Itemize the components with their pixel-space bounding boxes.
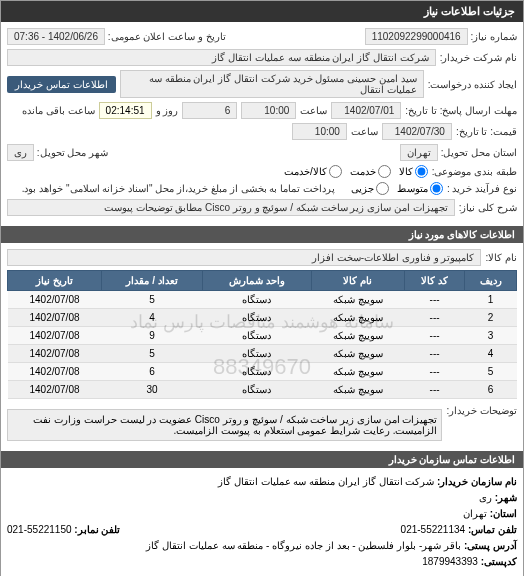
deadline-label: مهلت ارسال پاسخ: تا تاریخ:: [405, 105, 517, 116]
city-value: ری: [7, 144, 34, 161]
cell-date: 1402/07/08: [8, 345, 102, 363]
cell-unit: دستگاه: [203, 345, 312, 363]
phone-label: تلفن تماس:: [468, 524, 517, 535]
cell-code: ---: [405, 363, 465, 381]
col-code: کد کالا: [405, 271, 465, 291]
contact-section-header: اطلاعات تماس سازمان خریدار: [1, 451, 523, 468]
days-remaining: 6: [182, 102, 237, 119]
category-label: طبقه بندی موضوعی:: [432, 166, 517, 177]
purchase-type-radio-group: متوسط جزیی: [351, 182, 443, 195]
time-label-2: ساعت: [351, 126, 378, 137]
buyer-notes-value: تجهیزات امن سازی زیر ساخت شبکه / سوئیچ و…: [7, 409, 442, 441]
goods-section-header: اطلاعات کالاهای مورد نیاز: [1, 226, 523, 243]
goods-name-value: کامپیوتر و فناوری اطلاعات-سخت افزار: [7, 249, 481, 266]
col-name: نام کالا: [311, 271, 404, 291]
cell-code: ---: [405, 345, 465, 363]
cell-qty: 30: [101, 381, 202, 399]
c-city-value: ری: [479, 492, 492, 503]
goods-table: ردیف کد کالا نام کالا واحد شمارش تعداد /…: [7, 270, 517, 399]
contact-info-button[interactable]: اطلاعات تماس خریدار: [7, 76, 116, 93]
radio-both[interactable]: کالا/خدمت: [284, 165, 342, 178]
cell-date: 1402/07/08: [8, 309, 102, 327]
cell-name: سوییچ شبکه: [311, 363, 404, 381]
cell-unit: دستگاه: [203, 309, 312, 327]
table-row: 1---سوییچ شبکهدستگاه51402/07/08: [8, 291, 517, 309]
announce-label: تاریخ و ساعت اعلان عمومی:: [108, 31, 226, 42]
address-value: باقر شهر- بلوار فلسطین - بعد از جاده نیر…: [146, 540, 461, 551]
phone-value: 55221134-021: [401, 524, 466, 535]
cell-date: 1402/07/08: [8, 291, 102, 309]
province-value: تهران: [400, 144, 438, 161]
price-valid-label: قیمت: تا تاریخ:: [456, 126, 517, 137]
col-unit: واحد شمارش: [203, 271, 312, 291]
radio-small[interactable]: جزیی: [351, 182, 389, 195]
table-row: 4---سوییچ شبکهدستگاه51402/07/08: [8, 345, 517, 363]
need-no-value: 1102092299000416: [365, 28, 468, 45]
cell-name: سوییچ شبکه: [311, 327, 404, 345]
cell-name: سوییچ شبکه: [311, 381, 404, 399]
purchase-type-label: نوع فرآیند خرید :: [447, 183, 517, 194]
cell-unit: دستگاه: [203, 381, 312, 399]
cell-idx: 3: [465, 327, 517, 345]
timer-suffix: ساعت باقی مانده: [22, 105, 95, 116]
org-label: نام سازمان خریدار:: [437, 476, 517, 487]
cell-date: 1402/07/08: [8, 381, 102, 399]
fax-label: تلفن نمابر:: [74, 524, 120, 535]
deadline-date: 1402/07/01: [331, 102, 401, 119]
col-qty: تعداد / مقدار: [101, 271, 202, 291]
cell-idx: 5: [465, 363, 517, 381]
goods-name-label: نام کالا:: [485, 252, 517, 263]
cell-code: ---: [405, 327, 465, 345]
cell-unit: دستگاه: [203, 291, 312, 309]
cell-idx: 2: [465, 309, 517, 327]
cell-qty: 4: [101, 309, 202, 327]
cell-code: ---: [405, 309, 465, 327]
province-label: استان محل تحویل:: [441, 147, 517, 158]
cell-date: 1402/07/08: [8, 363, 102, 381]
deadline-time: 10:00: [241, 102, 296, 119]
c-city-label: شهر:: [495, 492, 517, 503]
radio-goods[interactable]: کالا: [399, 165, 428, 178]
requester-label: ایجاد کننده درخواست:: [428, 79, 517, 90]
need-no-label: شماره نیاز:: [470, 31, 517, 42]
buyer-name-label: نام شرکت خریدار:: [440, 52, 517, 63]
announce-value: 1402/06/26 - 07:36: [7, 28, 105, 45]
cell-qty: 5: [101, 345, 202, 363]
c-province-label: استان:: [490, 508, 517, 519]
postcode-label: کدپستی:: [481, 556, 517, 567]
cell-code: ---: [405, 291, 465, 309]
page-title: جزئیات اطلاعات نیاز: [1, 1, 523, 22]
cell-name: سوییچ شبکه: [311, 291, 404, 309]
table-row: 3---سوییچ شبکهدستگاه91402/07/08: [8, 327, 517, 345]
cell-name: سوییچ شبکه: [311, 309, 404, 327]
buyer-name-value: شرکت انتقال گاز ایران منطقه سه عملیات ان…: [7, 49, 436, 66]
table-row: 2---سوییچ شبکهدستگاه41402/07/08: [8, 309, 517, 327]
address-label: آدرس پستی:: [464, 540, 517, 551]
org-value: شرکت انتقال گاز ایران منطقه سه عملیات ان…: [218, 476, 434, 487]
countdown-timer: 02:14:51: [99, 102, 152, 119]
cell-idx: 4: [465, 345, 517, 363]
c-province-value: تهران: [463, 508, 487, 519]
fax-value: 55221150-021: [7, 524, 72, 535]
col-idx: ردیف: [465, 271, 517, 291]
cell-code: ---: [405, 381, 465, 399]
cell-idx: 6: [465, 381, 517, 399]
cell-qty: 9: [101, 327, 202, 345]
cell-unit: دستگاه: [203, 327, 312, 345]
payment-note: پرداخت تماما به بخشی از مبلغ خرید،از محل…: [22, 183, 335, 194]
cell-idx: 1: [465, 291, 517, 309]
city-label: شهر محل تحویل:: [37, 147, 108, 158]
radio-medium[interactable]: متوسط: [397, 182, 443, 195]
table-row: 6---سوییچ شبکهدستگاه301402/07/08: [8, 381, 517, 399]
radio-service[interactable]: خدمت: [350, 165, 391, 178]
price-valid-time: 10:00: [292, 123, 347, 140]
cell-unit: دستگاه: [203, 363, 312, 381]
buyer-notes-label: توضیحات خریدار:: [446, 405, 517, 416]
cell-qty: 5: [101, 291, 202, 309]
desc-value: تجهیزات امن سازی زیر ساخت شبکه / سوئیچ و…: [7, 199, 455, 216]
table-row: 5---سوییچ شبکهدستگاه61402/07/08: [8, 363, 517, 381]
desc-label: شرح کلی نیاز:: [459, 202, 517, 213]
time-label-1: ساعت: [300, 105, 327, 116]
category-radio-group: کالا خدمت کالا/خدمت: [284, 165, 428, 178]
days-suffix: روز و: [156, 105, 179, 116]
